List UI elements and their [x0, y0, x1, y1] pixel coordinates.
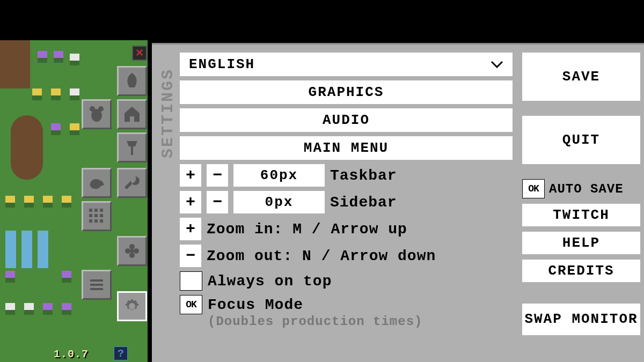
svg-point-2 [98, 106, 104, 112]
flower-decoration [54, 51, 63, 63]
flower-decoration [5, 271, 15, 283]
zoom-out-button[interactable]: − [180, 245, 201, 267]
taskbar-button-settings[interactable] [117, 291, 147, 321]
zoom-in-button[interactable]: + [180, 218, 201, 240]
sidebar-label: Sidebar [330, 194, 397, 211]
auto-save-label: AUTO SAVE [549, 182, 624, 196]
grid-icon [86, 205, 107, 227]
water-decoration [21, 231, 32, 268]
svg-rect-10 [89, 219, 92, 223]
swap-monitor-button[interactable]: SWAP MONITOR [522, 304, 640, 335]
svg-point-16 [129, 253, 135, 258]
flower-decoration [70, 54, 79, 65]
dirt-patch [11, 115, 43, 180]
focus-mode-label: Focus Mode [208, 297, 303, 313]
quit-button[interactable]: QUIT [522, 116, 640, 164]
bird-icon [86, 172, 107, 194]
taskbar-button-axe[interactable] [117, 132, 147, 162]
language-selected: ENGLISH [189, 56, 255, 72]
svg-point-17 [130, 249, 134, 253]
flower-decoration [62, 271, 71, 283]
svg-rect-11 [94, 219, 98, 223]
settings-panel: SETTINGS ENGLISH GRAPHICS AUDIO MAIN MEN… [152, 43, 644, 362]
taskbar-button-barn[interactable] [117, 99, 147, 129]
flower-decoration [5, 196, 15, 208]
flower-decoration [51, 88, 61, 100]
taskbar-value: 60px [233, 164, 325, 187]
flower-decoration [70, 123, 79, 135]
flower-decoration [43, 303, 53, 315]
help-icon[interactable]: ? [114, 346, 128, 360]
svg-rect-19 [90, 284, 103, 286]
always-on-top-label: Always on top [208, 273, 332, 290]
taskbar-button-bird[interactable] [82, 168, 112, 198]
taskbar-button-harvest[interactable] [117, 66, 147, 96]
close-button[interactable]: × [132, 46, 147, 61]
graphics-section-button[interactable]: GRAPHICS [180, 80, 513, 104]
settings-panel-title: SETTINGS [159, 68, 177, 158]
taskbar-label: Taskbar [330, 167, 397, 184]
svg-rect-18 [90, 279, 103, 282]
dirt-patch [0, 40, 30, 88]
auto-save-checkbox[interactable]: OK [522, 179, 545, 198]
taskbar-decrease-button[interactable]: − [207, 164, 228, 187]
flower-decoration [24, 303, 34, 315]
wrench-icon [121, 172, 143, 194]
flower-decoration [32, 88, 42, 100]
bee-icon [86, 104, 107, 125]
svg-rect-12 [100, 219, 103, 223]
flower-decoration [70, 88, 79, 100]
svg-rect-9 [100, 214, 103, 217]
zoom-out-label: Zoom out: N / Arrow down [207, 248, 436, 264]
taskbar-button-bee[interactable] [82, 99, 112, 129]
taskbar-button-list[interactable] [82, 270, 112, 300]
water-decoration [5, 231, 16, 268]
taskbar-increase-button[interactable]: + [180, 164, 201, 187]
focus-mode-sublabel: (Doubles production times) [208, 314, 422, 329]
credits-button[interactable]: CREDITS [522, 260, 640, 282]
always-on-top-checkbox[interactable]: OK [180, 271, 202, 291]
zoom-in-label: Zoom in: M / Arrow up [207, 221, 407, 238]
taskbar-button-flower[interactable] [117, 236, 147, 266]
water-decoration [38, 231, 48, 268]
main-menu-section-button[interactable]: MAIN MENU [180, 136, 513, 160]
flower-decoration [62, 196, 71, 208]
flower-decoration [38, 51, 47, 63]
axe-icon [121, 137, 143, 158]
leaf-icon [121, 70, 143, 92]
flower-decoration [62, 303, 71, 315]
help-button[interactable]: HELP [522, 232, 640, 254]
taskbar: × [79, 46, 149, 362]
svg-rect-7 [89, 214, 92, 217]
svg-rect-6 [100, 209, 103, 212]
sidebar-value: 0px [233, 191, 325, 213]
chevron-down-icon [491, 56, 503, 72]
barn-icon [121, 104, 143, 125]
flower-decoration [43, 196, 53, 208]
svg-point-1 [90, 106, 95, 112]
svg-rect-8 [94, 214, 98, 217]
focus-mode-checkbox[interactable]: OK [180, 295, 202, 314]
taskbar-button-wrench[interactable] [117, 168, 147, 198]
twitch-button[interactable]: TWITCH [522, 204, 640, 226]
list-icon [86, 274, 107, 295]
sidebar-decrease-button[interactable]: − [207, 191, 228, 213]
svg-rect-5 [94, 209, 98, 212]
flower-decoration [24, 196, 34, 208]
settings-action-column: SAVE QUIT OK AUTO SAVE TWITCH HELP CREDI… [522, 53, 643, 341]
flower-decoration [5, 303, 15, 315]
svg-point-13 [129, 244, 135, 249]
flower-decoration [51, 123, 61, 135]
gear-icon [121, 295, 143, 317]
language-select[interactable]: ENGLISH [180, 53, 513, 76]
sidebar-increase-button[interactable]: + [180, 191, 201, 213]
svg-point-15 [134, 248, 139, 254]
svg-point-14 [125, 248, 130, 254]
taskbar-button-grid[interactable] [82, 201, 112, 231]
svg-rect-20 [90, 288, 103, 290]
svg-rect-4 [89, 209, 92, 212]
flower-icon [121, 240, 143, 262]
audio-section-button[interactable]: AUDIO [180, 108, 513, 132]
settings-main-column: ENGLISH GRAPHICS AUDIO MAIN MENU + − 60p… [180, 53, 513, 333]
save-button[interactable]: SAVE [522, 53, 640, 101]
